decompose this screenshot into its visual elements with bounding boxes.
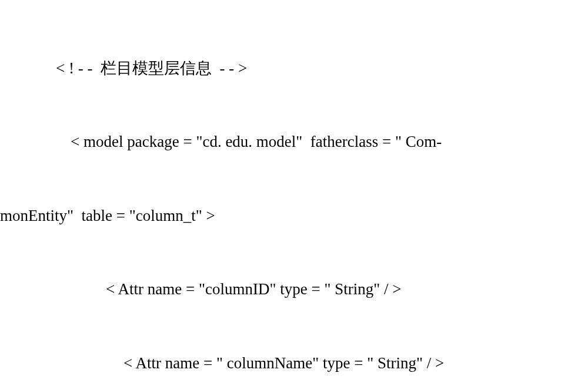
comment-line-model: < ! - - 栏目模型层信息 - - > <box>0 56 588 81</box>
attr-columnid: < Attr name = "columnID" type = " String… <box>0 277 588 302</box>
model-element-open-cont: monEntity" table = "column_t" > <box>0 204 588 229</box>
attr-columnname: < Attr name = " columnName" type = " Str… <box>0 351 588 376</box>
model-element-open: < model package = "cd. edu. model" fathe… <box>0 130 588 154</box>
xml-code-snippet: < ! - - 栏目模型层信息 - - > < model package = … <box>0 7 588 383</box>
